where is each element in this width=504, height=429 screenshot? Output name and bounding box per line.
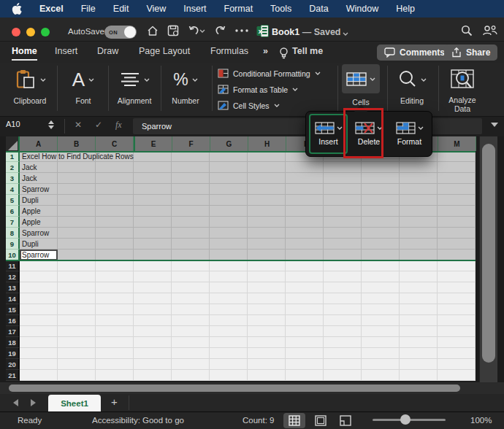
cell-J13[interactable] bbox=[324, 282, 362, 293]
cell-B12[interactable] bbox=[58, 271, 96, 282]
cell-A9[interactable]: Dupli bbox=[20, 239, 58, 250]
cell-H17[interactable] bbox=[248, 326, 286, 337]
cell-F17[interactable] bbox=[172, 326, 210, 337]
cell-G5[interactable] bbox=[210, 195, 248, 206]
vertical-scrollbar-thumb[interactable] bbox=[482, 144, 495, 363]
row-header-6[interactable]: 6 bbox=[6, 206, 20, 217]
cell-H12[interactable] bbox=[248, 271, 286, 282]
row-header-21[interactable]: 21 bbox=[6, 370, 20, 381]
cells-group-button[interactable] bbox=[342, 64, 380, 93]
cell-F13[interactable] bbox=[172, 282, 210, 293]
cell-G19[interactable] bbox=[210, 348, 248, 359]
redo-icon[interactable] bbox=[212, 24, 228, 37]
cell-I19[interactable] bbox=[286, 348, 324, 359]
cell-K3[interactable] bbox=[362, 173, 400, 184]
editing-group-button[interactable]: Editing bbox=[392, 66, 432, 105]
horizontal-scrollbar[interactable] bbox=[0, 382, 504, 394]
cell-M1[interactable] bbox=[438, 151, 476, 162]
cell-F5[interactable] bbox=[172, 195, 210, 206]
apple-icon[interactable] bbox=[12, 3, 22, 15]
cell-E14[interactable] bbox=[134, 293, 172, 304]
cell-M13[interactable] bbox=[438, 282, 476, 293]
cell-B21[interactable] bbox=[58, 370, 96, 381]
cell-I7[interactable] bbox=[286, 217, 324, 228]
cell-F21[interactable] bbox=[172, 370, 210, 381]
cell-K11[interactable] bbox=[362, 260, 400, 271]
cell-I11[interactable] bbox=[286, 260, 324, 271]
cell-I5[interactable] bbox=[286, 195, 324, 206]
cell-E2[interactable] bbox=[134, 162, 172, 173]
cell-L5[interactable] bbox=[400, 195, 438, 206]
cell-H20[interactable] bbox=[248, 359, 286, 370]
cell-K15[interactable] bbox=[362, 304, 400, 315]
cell-I13[interactable] bbox=[286, 282, 324, 293]
cell-G8[interactable] bbox=[210, 228, 248, 239]
cell-F20[interactable] bbox=[172, 359, 210, 370]
cell-B17[interactable] bbox=[58, 326, 96, 337]
cell-A12[interactable] bbox=[20, 271, 58, 282]
cell-K18[interactable] bbox=[362, 337, 400, 348]
cell-A2[interactable]: Jack bbox=[20, 162, 58, 173]
cell-F1[interactable] bbox=[172, 151, 210, 162]
cell-J12[interactable] bbox=[324, 271, 362, 282]
cell-K7[interactable] bbox=[362, 217, 400, 228]
cell-A10[interactable]: Sparrow bbox=[20, 250, 58, 260]
clipboard-group-button[interactable]: Clipboard bbox=[6, 66, 54, 105]
column-header-A[interactable]: A bbox=[20, 136, 58, 151]
cell-J19[interactable] bbox=[324, 348, 362, 359]
cell-M3[interactable] bbox=[438, 173, 476, 184]
cell-I17[interactable] bbox=[286, 326, 324, 337]
analyze-data-button[interactable]: AnalyzeData bbox=[441, 66, 484, 113]
cell-F8[interactable] bbox=[172, 228, 210, 239]
cell-J18[interactable] bbox=[324, 337, 362, 348]
tab-draw[interactable]: Draw bbox=[97, 46, 118, 56]
cell-L17[interactable] bbox=[400, 326, 438, 337]
cell-G1[interactable] bbox=[210, 151, 248, 162]
cell-H11[interactable] bbox=[248, 260, 286, 271]
cell-K9[interactable] bbox=[362, 239, 400, 250]
cell-M8[interactable] bbox=[438, 228, 476, 239]
row-header-1[interactable]: 1 bbox=[6, 151, 20, 162]
cell-M9[interactable] bbox=[438, 239, 476, 250]
cell-F4[interactable] bbox=[172, 184, 210, 195]
cell-J5[interactable] bbox=[324, 195, 362, 206]
cell-E15[interactable] bbox=[134, 304, 172, 315]
cell-I2[interactable] bbox=[286, 162, 324, 173]
cell-G15[interactable] bbox=[210, 304, 248, 315]
cell-L11[interactable] bbox=[400, 260, 438, 271]
cell-E10[interactable] bbox=[134, 250, 172, 260]
cell-B5[interactable] bbox=[58, 195, 96, 206]
cell-L13[interactable] bbox=[400, 282, 438, 293]
autosave-toggle[interactable]: ON bbox=[104, 26, 137, 39]
cell-B4[interactable] bbox=[58, 184, 96, 195]
cell-G17[interactable] bbox=[210, 326, 248, 337]
cell-L15[interactable] bbox=[400, 304, 438, 315]
cell-J16[interactable] bbox=[324, 315, 362, 326]
cell-G18[interactable] bbox=[210, 337, 248, 348]
name-box-spinner[interactable] bbox=[48, 120, 54, 129]
cell-C15[interactable] bbox=[96, 304, 134, 315]
cell-B11[interactable] bbox=[58, 260, 96, 271]
cell-K10[interactable] bbox=[362, 250, 400, 260]
cell-L12[interactable] bbox=[400, 271, 438, 282]
tab-insert[interactable]: Insert bbox=[55, 46, 77, 56]
title-chevron-down-icon[interactable] bbox=[337, 27, 354, 40]
cell-I15[interactable] bbox=[286, 304, 324, 315]
fx-icon[interactable]: fx bbox=[115, 120, 122, 131]
cell-F6[interactable] bbox=[172, 206, 210, 217]
cell-M19[interactable] bbox=[438, 348, 476, 359]
cell-F19[interactable] bbox=[172, 348, 210, 359]
cell-K14[interactable] bbox=[362, 293, 400, 304]
menu-item-edit[interactable]: Edit bbox=[113, 4, 129, 14]
cell-H5[interactable] bbox=[248, 195, 286, 206]
cell-J15[interactable] bbox=[324, 304, 362, 315]
column-header-F[interactable]: F bbox=[172, 136, 210, 151]
cell-M18[interactable] bbox=[438, 337, 476, 348]
cell-M21[interactable] bbox=[438, 370, 476, 381]
cell-F2[interactable] bbox=[172, 162, 210, 173]
cell-F9[interactable] bbox=[172, 239, 210, 250]
row-header-10[interactable]: 10 bbox=[6, 250, 20, 260]
cell-A17[interactable] bbox=[20, 326, 58, 337]
cell-C5[interactable] bbox=[96, 195, 134, 206]
cell-H3[interactable] bbox=[248, 173, 286, 184]
